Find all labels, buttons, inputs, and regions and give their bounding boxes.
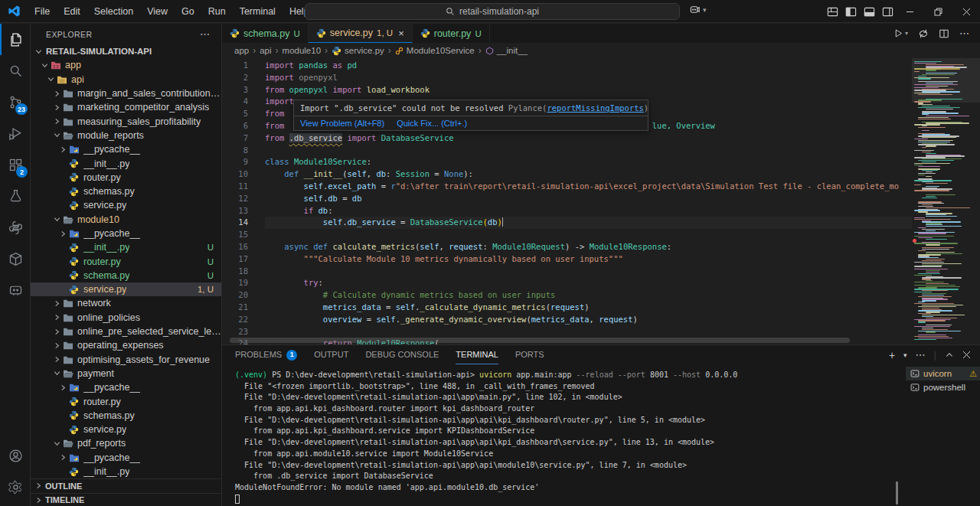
breadcrumb-service.py[interactable]: service.py — [332, 46, 384, 56]
activity-run-debug[interactable] — [0, 118, 31, 149]
tab-router.py[interactable]: router.pyU — [413, 24, 490, 43]
activity-containers[interactable] — [0, 243, 31, 275]
tree-item-__pycache__[interactable]: __pycache__ — [31, 227, 221, 240]
activity-source-control[interactable]: 23 — [0, 87, 31, 118]
breadcrumb-app[interactable]: app — [234, 46, 249, 55]
breadcrumb-api[interactable]: api — [260, 46, 271, 55]
panel-tab-output[interactable]: OUTPUT — [314, 345, 348, 364]
maximize-panel-icon[interactable] — [945, 351, 954, 360]
tree-item-payment[interactable]: payment — [31, 367, 221, 380]
tree-item-online_pre_selected_service_level[interactable]: online_pre_selected_service_level — [31, 325, 221, 338]
tree-item-router.py[interactable]: router.pyU — [31, 254, 221, 268]
code-line[interactable]: metrics_data = self._calculate_dynamic_m… — [265, 302, 912, 314]
breadcrumb-__init__[interactable]: __init__ — [485, 46, 528, 55]
code-line[interactable]: """Calculate Module 10 metrics dynamical… — [265, 253, 912, 266]
menu-view[interactable]: View — [140, 0, 175, 23]
activity-python[interactable] — [0, 212, 31, 243]
restore-button[interactable] — [924, 0, 952, 23]
run-or-debug-icon[interactable] — [918, 28, 929, 39]
menu-file[interactable]: File — [28, 0, 57, 23]
run-python-button[interactable]: ▾ — [893, 28, 908, 38]
code-line[interactable]: import openpyxl — [265, 72, 912, 84]
code-line[interactable] — [265, 145, 912, 157]
close-panel-icon[interactable] — [962, 351, 971, 359]
terminal-instance-uvicorn[interactable]: uvicorn⚠ — [906, 367, 980, 380]
tab-schema.py[interactable]: schema.pyU — [222, 24, 309, 43]
code-line[interactable]: from openpyxl import load_workbook — [265, 84, 912, 96]
tree-item-__init__.py[interactable]: __init__.py — [31, 156, 221, 170]
code-line[interactable]: import pandas as pd — [265, 60, 912, 72]
explorer-more-actions-icon[interactable]: ⋯ — [200, 28, 211, 40]
horizontal-scrollbar[interactable] — [230, 338, 850, 343]
customize-layout-icon[interactable] — [827, 6, 838, 18]
tree-item-router.py[interactable]: router.py — [31, 171, 221, 184]
tree-item-module10[interactable]: module10 — [31, 213, 221, 227]
tree-item-operating_expenses[interactable]: operating_expenses — [31, 338, 221, 352]
section-timeline[interactable]: TIMELINE — [31, 493, 221, 506]
activity-extensions[interactable]: 2 — [0, 149, 31, 181]
panel-more-actions-icon[interactable]: ⋯ — [916, 349, 926, 361]
toggle-secondary-sidebar-icon[interactable] — [882, 6, 893, 18]
tree-item-marketing_competitor_analysis[interactable]: marketing_competitor_analysis — [31, 100, 221, 114]
tree-item-__pycache__[interactable]: __pycache__ — [31, 142, 221, 156]
tree-item-schema.py[interactable]: schema.pyU — [31, 269, 221, 282]
tree-item-app[interactable]: app — [31, 58, 221, 72]
tree-item-online_policies[interactable]: online_policies — [31, 311, 221, 325]
split-editor-icon[interactable] — [939, 28, 949, 39]
activity-chat[interactable] — [0, 275, 31, 306]
terminal-instance-powershell[interactable]: powershell — [906, 380, 980, 394]
minimize-button[interactable] — [896, 0, 924, 23]
tree-item-service.py[interactable]: service.py — [31, 198, 221, 212]
code-line[interactable] — [265, 326, 912, 338]
tree-item-network[interactable]: network — [31, 296, 221, 310]
code-line[interactable]: # Calculate dynamic metrics based on use… — [265, 289, 912, 302]
code-line[interactable]: self.db = db — [265, 193, 912, 205]
close-window-button[interactable] — [952, 0, 980, 23]
panel-tab-terminal[interactable]: TERMINAL — [456, 345, 498, 364]
view-problem-link[interactable]: View Problem (Alt+F8) — [300, 119, 384, 128]
tree-item-margin_and_sales_contribution_analysis[interactable]: margin_and_sales_contribution_analysis — [31, 87, 221, 100]
code-line[interactable]: self.db_service = DatabaseService(db) — [265, 217, 912, 229]
tree-item-schemas.py[interactable]: schemas.py — [31, 409, 221, 423]
command-center-search[interactable]: retail-simulation-api — [305, 3, 680, 20]
tab-service.py[interactable]: service.py1, U× — [309, 24, 413, 43]
menu-terminal[interactable]: Terminal — [233, 0, 283, 23]
activity-account[interactable] — [0, 440, 31, 472]
tree-item-__init__.py[interactable]: __init__.py — [31, 465, 221, 478]
code-line[interactable]: if db: — [265, 205, 912, 217]
code-line[interactable]: def __init__(self, db: Session = None): — [265, 168, 912, 181]
menu-edit[interactable]: Edit — [57, 0, 87, 23]
toggle-panel-icon[interactable] — [864, 6, 875, 18]
code-line[interactable]: try: — [265, 277, 912, 289]
tree-root[interactable]: RETAIL-SIMULATION-API — [31, 44, 221, 58]
terminal-output[interactable]: (.venv) PS D:\dev-development\retail-sim… — [235, 370, 893, 504]
tree-item-measuring_sales_profitability[interactable]: measuring_sales_profitability — [31, 114, 221, 128]
tree-item-__pycache__[interactable]: __pycache__ — [31, 451, 221, 465]
new-terminal-icon[interactable]: + — [889, 349, 895, 361]
activity-search[interactable] — [0, 55, 31, 87]
tree-item-__pycache__[interactable]: __pycache__ — [31, 380, 221, 394]
code-line[interactable]: async def calculate_metrics(self, reques… — [265, 241, 912, 253]
panel-tab-debug-console[interactable]: DEBUG CONSOLE — [365, 345, 439, 364]
copilot-button[interactable]: ▾ — [689, 4, 707, 15]
code-line[interactable]: overview = self._generate_dynamic_overvi… — [265, 314, 912, 326]
menu-go[interactable]: Go — [175, 0, 201, 23]
minimap[interactable] — [912, 58, 980, 344]
code-line[interactable] — [265, 266, 912, 278]
close-tab-icon[interactable]: × — [398, 28, 404, 39]
activity-explorer[interactable] — [0, 24, 31, 55]
tree-item-router.py[interactable]: router.py — [31, 394, 221, 408]
panel-tab-ports[interactable]: PORTS — [515, 345, 544, 364]
tree-item-service.py[interactable]: service.py — [31, 423, 221, 436]
tree-item-module_reports[interactable]: module_reports — [31, 129, 221, 142]
tree-item-service.py[interactable]: service.py1, U — [31, 282, 221, 296]
terminal-dropdown-icon[interactable]: ▾ — [903, 351, 907, 359]
tree-item-pdf_reports[interactable]: pdf_reports — [31, 436, 221, 450]
tree-item-schemas.py[interactable]: schemas.py — [31, 184, 221, 198]
breadcrumb-Module10Service[interactable]: Module10Service — [395, 46, 475, 55]
code-line[interactable]: from .db_service import DatabaseService — [265, 132, 912, 145]
tree-item-__init__.py[interactable]: __init__.pyU — [31, 240, 221, 254]
code-line[interactable]: self.excel_path = r"d:\after train\repor… — [265, 181, 912, 193]
menu-run[interactable]: Run — [201, 0, 233, 23]
tree-item-api[interactable]: api — [31, 73, 221, 87]
